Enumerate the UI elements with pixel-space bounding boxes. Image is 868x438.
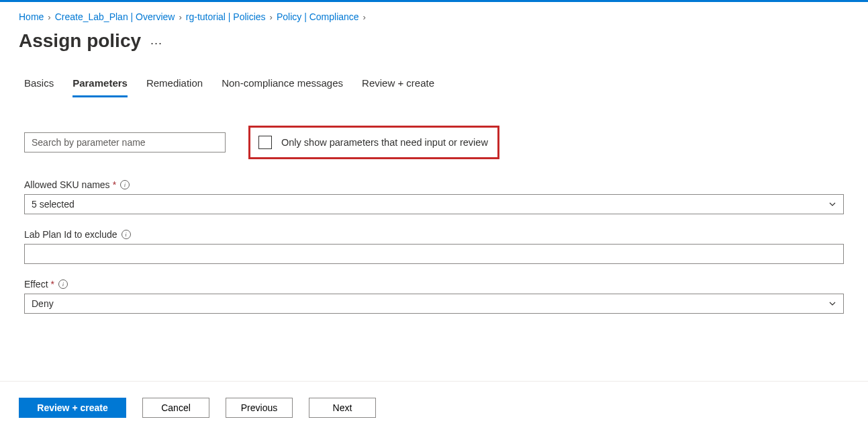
- label-text: Lab Plan Id to exclude: [24, 229, 117, 240]
- label-text: Allowed SKU names: [24, 179, 110, 190]
- chevron-down-icon: [828, 300, 836, 308]
- next-button[interactable]: Next: [309, 398, 376, 418]
- breadcrumb-policy-compliance[interactable]: Policy | Compliance: [277, 11, 359, 22]
- field-lab-plan-id: Lab Plan Id to exclude i: [24, 229, 844, 264]
- effect-value: Deny: [32, 298, 54, 309]
- breadcrumb-rg-policies[interactable]: rg-tutorial | Policies: [186, 11, 266, 22]
- info-icon[interactable]: i: [58, 279, 68, 289]
- chevron-right-icon: ›: [48, 12, 50, 22]
- required-indicator: *: [51, 279, 54, 290]
- allowed-sku-label: Allowed SKU names * i: [24, 179, 844, 190]
- only-show-needed-checkbox[interactable]: [258, 136, 272, 149]
- breadcrumb-home[interactable]: Home: [19, 11, 44, 22]
- breadcrumb-lab-plan[interactable]: Create_Lab_Plan | Overview: [55, 11, 175, 22]
- filter-row: Only show parameters that need input or …: [24, 126, 844, 159]
- effect-select[interactable]: Deny: [24, 294, 844, 314]
- lab-plan-id-input[interactable]: [24, 244, 844, 264]
- effect-label: Effect * i: [24, 279, 844, 290]
- tabs: Basics Parameters Remediation Non-compli…: [0, 57, 868, 97]
- allowed-sku-select[interactable]: 5 selected: [24, 194, 844, 214]
- label-text: Effect: [24, 279, 48, 290]
- tab-parameters[interactable]: Parameters: [73, 77, 128, 97]
- chevron-right-icon: ›: [270, 12, 273, 22]
- tab-remediation[interactable]: Remediation: [146, 77, 203, 97]
- chevron-right-icon: ›: [363, 12, 366, 22]
- tab-basics[interactable]: Basics: [24, 77, 54, 97]
- tab-non-compliance[interactable]: Non-compliance messages: [222, 77, 343, 97]
- search-input[interactable]: [24, 132, 226, 152]
- filter-highlight-box: Only show parameters that need input or …: [248, 126, 499, 159]
- required-indicator: *: [113, 179, 116, 190]
- more-actions-button[interactable]: ···: [150, 32, 162, 50]
- field-allowed-sku: Allowed SKU names * i 5 selected: [24, 179, 844, 214]
- review-create-button[interactable]: Review + create: [19, 398, 126, 418]
- lab-plan-id-label: Lab Plan Id to exclude i: [24, 229, 844, 240]
- page-title: Assign policy: [19, 30, 141, 52]
- only-show-needed-label: Only show parameters that need input or …: [281, 137, 488, 148]
- info-icon[interactable]: i: [120, 180, 130, 189]
- breadcrumb: Home › Create_Lab_Plan | Overview › rg-t…: [0, 2, 868, 28]
- field-effect: Effect * i Deny: [24, 279, 844, 314]
- tab-review-create[interactable]: Review + create: [362, 77, 434, 97]
- chevron-right-icon: ›: [179, 12, 181, 22]
- allowed-sku-value: 5 selected: [32, 199, 75, 210]
- page-title-row: Assign policy ···: [0, 28, 868, 57]
- content-area: Only show parameters that need input or …: [0, 97, 868, 314]
- info-icon[interactable]: i: [122, 230, 131, 239]
- previous-button[interactable]: Previous: [226, 398, 293, 418]
- footer-actions: Review + create Cancel Previous Next: [0, 381, 868, 418]
- cancel-button[interactable]: Cancel: [142, 398, 209, 418]
- chevron-down-icon: [828, 200, 836, 208]
